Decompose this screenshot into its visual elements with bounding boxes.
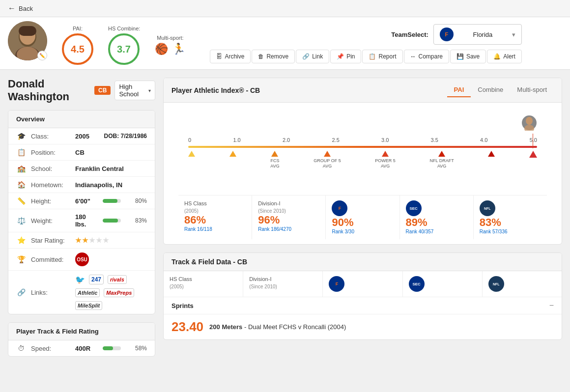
stat-hs-class: HS Class (2005) 86% Rank 16/118: [178, 196, 252, 239]
florida-rank[interactable]: Rank 3/30: [332, 229, 393, 234]
action-bar: 🗄 Archive 🗑 Remove 🔗 Link 📌 Pin 📋: [210, 47, 522, 66]
link-label: Link: [312, 53, 323, 60]
star-5: ★: [103, 236, 110, 244]
height-label: Height:: [31, 197, 70, 205]
remove-button[interactable]: 🗑 Remove: [252, 50, 295, 63]
track-hs-class-label: HS Class: [170, 276, 237, 282]
collapse-sprints-button[interactable]: −: [549, 301, 554, 310]
link-icon: 🔗: [302, 53, 310, 60]
school-row: 🏫 School: Franklin Central: [8, 161, 155, 177]
sprint-description: 200 Meters - Dual Meet FCHS v Roncalli (…: [209, 323, 346, 331]
track-sec: SEC: [403, 271, 483, 297]
player-position-indicator: [178, 112, 547, 137]
pin-button[interactable]: 📌 Pin: [330, 50, 361, 63]
sprints-label: Sprints: [171, 302, 194, 309]
compare-button[interactable]: ↔ Compare: [404, 50, 449, 63]
multi-sport-block: Multi-sport: 🏀 🏃: [155, 35, 185, 56]
marker-player: [529, 151, 537, 175]
nfl-pct: 83%: [480, 216, 541, 229]
level-dropdown[interactable]: High School ▾: [114, 81, 155, 100]
florida-pct: 90%: [332, 216, 393, 229]
player-identity: Donald Washington CB High School ▾: [8, 78, 155, 103]
pai-card: Player Athletic Index® - CB PAI Combine …: [163, 78, 562, 245]
link-button[interactable]: 🔗 Link: [296, 50, 329, 63]
sec-rank[interactable]: Rank 40/357: [406, 229, 467, 234]
div-i-rank[interactable]: Rank 186/4270: [258, 226, 319, 232]
pai-tabs: PAI Combine Multi-sport: [447, 83, 554, 97]
twitter-link[interactable]: 🐦: [75, 275, 85, 284]
compare-label: Compare: [419, 53, 443, 60]
main-content: Donald Washington CB High School ▾ Overv…: [0, 70, 570, 372]
athletic-link[interactable]: Athletic: [75, 288, 100, 297]
archive-icon: 🗄: [216, 53, 222, 60]
track-nfl-logo: NFL: [488, 276, 504, 292]
position-icon: 📋: [16, 148, 26, 156]
weight-row: ⚖️ Weight: 180 lbs. 83%: [8, 209, 155, 232]
alert-button[interactable]: 🔔 Alert: [487, 50, 522, 63]
team-select-dropdown[interactable]: F Florida ▾: [433, 24, 522, 45]
links-row: 🔗 Links: 🐦 247 rivals Athletic MaxPreps …: [8, 271, 155, 314]
height-value: 6'00": [75, 197, 94, 205]
archive-label: Archive: [225, 53, 244, 60]
track-hs-class-sub: (2005): [170, 284, 237, 289]
svg-point-7: [526, 117, 533, 125]
height-row: 📏 Height: 6'00" 80%: [8, 193, 155, 209]
multi-sport-icons: 🏀 🏃: [155, 43, 185, 56]
triangle-0-icon: [188, 151, 195, 157]
position-label: Position:: [31, 149, 70, 156]
track-div-i-sub: (Since 2010): [249, 284, 316, 289]
tab-multi-sport[interactable]: Multi-sport: [510, 83, 554, 97]
track-rating-header: Player Track & Field Rating: [8, 323, 155, 340]
star-rating-row: ⭐ Star Rating: ★★★★★: [8, 232, 155, 249]
committed-row: 🏆 Committed: OSU: [8, 249, 155, 271]
track-div-i: Division-I (Since 2010): [243, 271, 323, 297]
dropdown-chevron-icon: ▾: [148, 88, 151, 93]
hs-class-rank[interactable]: Rank 16/118: [184, 226, 246, 232]
sprint-data-row: 23.40 200 Meters - Dual Meet FCHS v Ronc…: [164, 314, 562, 339]
star-2: ★: [82, 236, 89, 244]
tab-combine[interactable]: Combine: [471, 83, 510, 97]
scale-3_5: 3.5: [431, 137, 438, 143]
level-label: High School: [119, 83, 146, 98]
pin-label: Pin: [346, 53, 355, 60]
hometown-icon: 🏠: [16, 181, 26, 189]
committed-icon: 🏆: [16, 255, 26, 263]
report-button[interactable]: 📋 Report: [362, 50, 402, 63]
speed-row: ⏱ Speed: 400R 58%: [8, 340, 155, 356]
back-button[interactable]: ← Back: [8, 4, 33, 13]
nfl-label: NFL DRAFTAVG: [430, 158, 454, 169]
pai-card-header: Player Athletic Index® - CB PAI Combine …: [164, 78, 562, 103]
ohio-state-logo: OSU: [75, 252, 89, 266]
tab-pai[interactable]: PAI: [447, 83, 471, 97]
position-badge: CB: [94, 86, 111, 95]
milesplit-link[interactable]: MileSplit: [75, 301, 102, 310]
hs-class-pct: 86%: [184, 214, 246, 226]
star-rating-label: Star Rating:: [31, 237, 70, 244]
team-name: Florida: [473, 31, 493, 38]
scale-0: 0: [188, 137, 191, 143]
link-logos-container: 🐦 247 rivals Athletic MaxPreps MileSplit: [75, 275, 147, 310]
rivals-link[interactable]: rivals: [108, 275, 127, 284]
247sports-link[interactable]: 247: [89, 275, 104, 284]
triangle-row: FCSAVG GROUP OF 5AVG POWER 5AVG: [188, 151, 537, 175]
height-pct: 80%: [130, 197, 147, 204]
star-rating-value: ★★★★★: [75, 236, 147, 244]
save-button[interactable]: 💾 Save: [450, 50, 486, 63]
nfl-rank[interactable]: Rank 57/336: [480, 229, 541, 234]
school-label: School:: [31, 165, 70, 172]
edit-avatar-button[interactable]: ✏️: [37, 51, 47, 60]
remove-label: Remove: [266, 53, 288, 60]
weight-progress-bar: [103, 219, 121, 223]
speed-label: Speed:: [31, 345, 70, 352]
nfl-draft-logo: NFL: [480, 200, 495, 216]
archive-button[interactable]: 🗄 Archive: [210, 50, 251, 63]
save-icon: 💾: [456, 53, 464, 60]
div-i-sub-label: (Since 2010): [258, 208, 319, 214]
overview-header: Overview: [8, 111, 155, 128]
header: ✏️ PAI: 4.5 HS Combine: 3.7 Multi-sport:…: [0, 17, 570, 70]
track-rating-card: Player Track & Field Rating ⏱ Speed: 400…: [8, 322, 155, 357]
maxpreps-link[interactable]: MaxPreps: [104, 288, 134, 297]
marker-fcs: FCSAVG: [270, 151, 279, 175]
marker-nfl: NFL DRAFTAVG: [430, 151, 454, 175]
track-florida: F: [323, 271, 402, 297]
